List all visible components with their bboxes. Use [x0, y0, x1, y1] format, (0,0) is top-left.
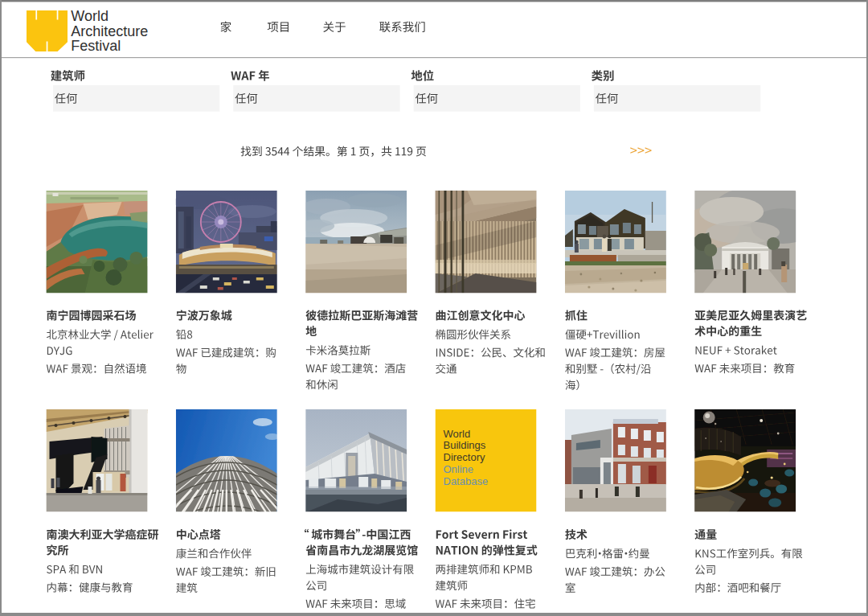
- svg-text:Buildings: Buildings: [444, 439, 486, 451]
- svg-text:Festival: Festival: [71, 38, 121, 54]
- svg-text:Architecture: Architecture: [71, 23, 148, 39]
- svg-text:Database: Database: [444, 475, 489, 487]
- svg-text:World: World: [444, 428, 471, 440]
- svg-text:Online: Online: [444, 463, 474, 475]
- svg-text:World: World: [71, 8, 108, 24]
- svg-text:Directory: Directory: [444, 451, 486, 463]
